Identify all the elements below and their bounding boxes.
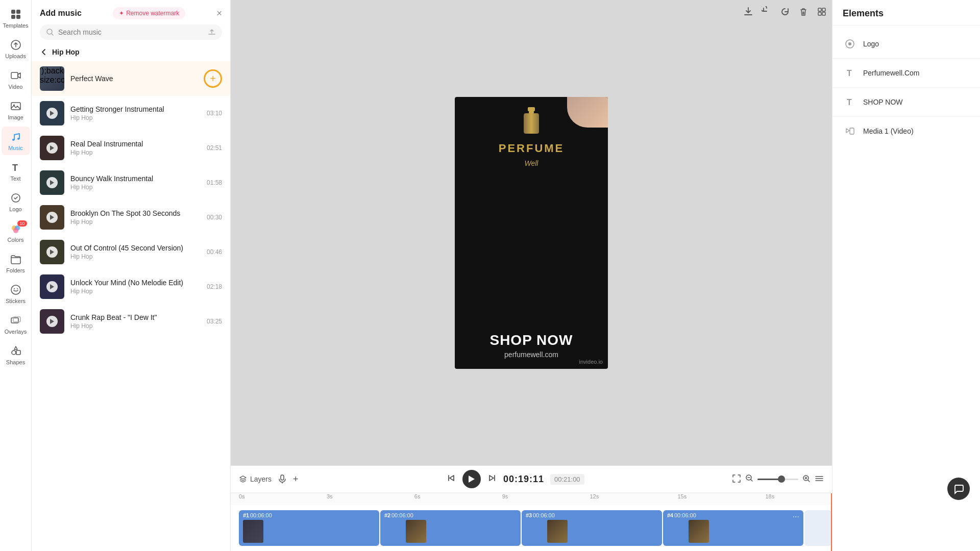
add-track-button[interactable]: + <box>204 69 222 88</box>
skip-forward-button[interactable] <box>487 473 497 486</box>
clip-4-options[interactable]: ··· <box>793 512 799 521</box>
element-name-text2: SHOP NOW <box>863 98 903 106</box>
svg-rect-29 <box>524 113 539 134</box>
play-icon <box>46 246 58 258</box>
play-button[interactable] <box>462 470 481 488</box>
fit-to-screen-icon[interactable] <box>732 474 741 485</box>
sidebar-logo-label: Logo <box>9 206 21 212</box>
timeline-options-icon[interactable] <box>815 474 824 485</box>
video-icon <box>10 69 22 82</box>
search-input[interactable] <box>58 28 204 36</box>
delete-icon[interactable] <box>798 6 808 19</box>
clip-1-thumb <box>243 520 263 543</box>
remove-watermark-button[interactable]: ✦ Remove watermark <box>113 7 185 19</box>
sidebar-item-shapes[interactable]: Shapes <box>2 341 30 369</box>
track-info: Brooklyn On The Spot 30 Seconds Hip Hop <box>70 209 201 226</box>
clip-2[interactable]: #2 00:06:00 <box>380 510 521 546</box>
track-item[interactable]: ');background-size:cover;"> Perfect Wave… <box>32 61 230 96</box>
play-icon <box>46 316 58 327</box>
element-text-1[interactable]: T Perfumewell.Com <box>832 61 980 85</box>
element-name-video: Media 1 (Video) <box>863 127 914 135</box>
microphone-button[interactable] <box>278 474 287 484</box>
track-item[interactable]: Real Deal Instrumental Hip Hop 02:51 <box>32 131 230 165</box>
svg-text:T: T <box>847 98 852 107</box>
svg-point-14 <box>13 228 18 233</box>
add-clip-button[interactable]: + <box>293 474 299 485</box>
sidebar-uploads-label: Uploads <box>5 53 26 59</box>
category-label: Hip Hop <box>52 48 80 56</box>
zoom-out-icon[interactable] <box>745 474 753 484</box>
clip-1-duration: 00:06:00 <box>250 512 272 518</box>
track-item[interactable]: Bouncy Walk Instrumental Hip Hop 01:58 <box>32 165 230 200</box>
sidebar-item-folders[interactable]: Folders <box>2 249 30 278</box>
transport-bar: Layers + 0 <box>231 466 832 493</box>
track-thumbnail <box>40 101 64 126</box>
sidebar-folders-label: Folders <box>6 267 25 273</box>
svg-point-15 <box>11 285 20 294</box>
grid-view-icon[interactable] <box>817 6 827 19</box>
sidebar-item-colors[interactable]: 10 Colors <box>2 218 30 247</box>
track-thumbnail <box>40 136 64 160</box>
element-name-logo: Logo <box>863 40 879 48</box>
chat-button[interactable] <box>947 478 970 500</box>
track-thumbnail <box>40 274 64 299</box>
track-info: Getting Stronger Instrumental Hip Hop <box>70 105 201 121</box>
icon-sidebar: Templates Uploads Video Image Music <box>0 0 32 551</box>
sidebar-stickers-label: Stickers <box>6 298 26 304</box>
back-nav[interactable]: Hip Hop <box>32 45 230 61</box>
search-inner <box>40 24 222 40</box>
svg-rect-30 <box>281 475 284 480</box>
sidebar-item-music[interactable]: Music <box>2 127 30 155</box>
overlays-icon <box>10 314 22 327</box>
sidebar-item-image[interactable]: Image <box>2 96 30 124</box>
sidebar-item-overlays[interactable]: Overlays <box>2 310 30 339</box>
clip-3[interactable]: #3 00:06:00 <box>522 510 662 546</box>
track-info: Perfect Wave <box>70 74 198 83</box>
redo-icon[interactable] <box>780 6 790 19</box>
sidebar-item-templates[interactable]: Templates <box>2 4 30 33</box>
svg-rect-28 <box>529 111 534 113</box>
colors-badge: 10 <box>17 220 27 227</box>
track-name: Unlock Your Mind (No Melodie Edit) <box>70 279 201 287</box>
track-genre: Hip Hop <box>70 149 201 156</box>
sidebar-shapes-label: Shapes <box>6 359 25 365</box>
track-duration: 03:25 <box>207 318 222 325</box>
elements-list: Logo T Perfumewell.Com T SHOP NOW <box>832 26 980 149</box>
svg-point-34 <box>848 42 851 45</box>
microphone-icon <box>278 474 287 484</box>
track-item[interactable]: Out Of Control (45 Second Version) Hip H… <box>32 235 230 269</box>
clip-1[interactable]: #1 00:06:00 <box>239 510 379 546</box>
track-item[interactable]: Getting Stronger Instrumental Hip Hop 03… <box>32 96 230 131</box>
hand-decoration <box>567 97 608 128</box>
sidebar-item-video[interactable]: Video <box>2 65 30 94</box>
panel-close-button[interactable]: × <box>216 8 222 19</box>
track-info: Out Of Control (45 Second Version) Hip H… <box>70 244 201 260</box>
zoom-in-icon[interactable] <box>802 474 811 484</box>
sidebar-item-uploads[interactable]: Uploads <box>2 35 30 63</box>
element-video[interactable]: Media 1 (Video) <box>832 119 980 143</box>
track-item[interactable]: Unlock Your Mind (No Melodie Edit) Hip H… <box>32 269 230 304</box>
svg-rect-6 <box>11 103 20 110</box>
clip-4-thumb <box>689 520 709 543</box>
upload-music-icon[interactable] <box>208 28 216 36</box>
download-icon[interactable] <box>743 6 753 19</box>
playhead-needle <box>831 493 832 505</box>
zoom-slider[interactable] <box>757 479 798 480</box>
sidebar-item-logo[interactable]: Logo <box>2 188 30 216</box>
track-thumbnail <box>40 309 64 334</box>
layers-button[interactable]: Layers <box>239 475 272 483</box>
transport-center: 00:19:11 00:21:00 <box>446 470 584 488</box>
track-duration: 03:10 <box>207 110 222 117</box>
element-text-2[interactable]: T SHOP NOW <box>832 90 980 114</box>
sidebar-item-text[interactable]: T Text <box>2 157 30 186</box>
text-element-icon-1: T <box>843 66 857 80</box>
clip-4[interactable]: #4 00:06:00 ··· <box>663 510 803 546</box>
sidebar-item-stickers[interactable]: Stickers <box>2 280 30 308</box>
track-list: ');background-size:cover;"> Perfect Wave… <box>32 61 230 551</box>
element-logo[interactable]: Logo <box>832 32 980 56</box>
skip-back-button[interactable] <box>446 473 456 486</box>
sidebar-video-label: Video <box>9 84 23 90</box>
track-item[interactable]: Brooklyn On The Spot 30 Seconds Hip Hop … <box>32 200 230 235</box>
undo-icon[interactable] <box>762 6 772 19</box>
track-item[interactable]: Crunk Rap Beat - "I Dew It" Hip Hop 03:2… <box>32 304 230 339</box>
